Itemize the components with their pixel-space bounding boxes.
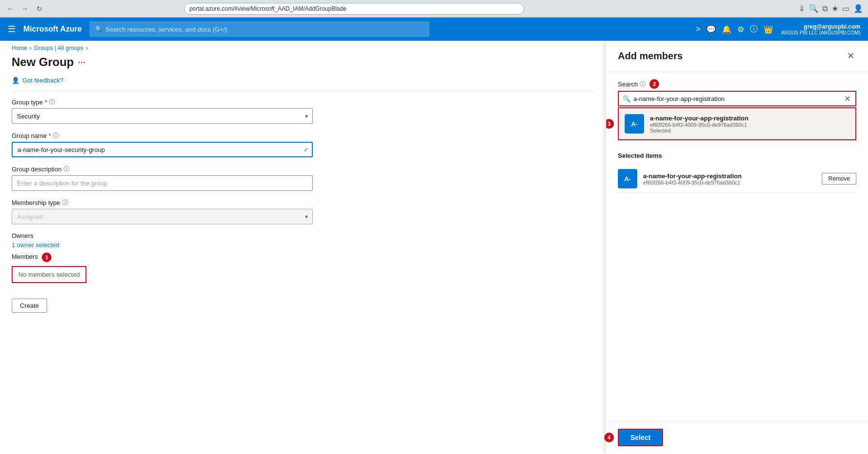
selected-items-section: Selected items A- a-name-for-your-app-re…	[618, 152, 856, 193]
panel-body: Search ⓘ 2 🔍 ✕ 3	[606, 71, 868, 420]
page-title-row: New Group ⋯	[12, 55, 594, 69]
azure-logo: Microsoft Azure	[23, 25, 82, 34]
hamburger-menu[interactable]: ☰	[8, 24, 16, 34]
search-label: Search ⓘ 2	[618, 79, 856, 89]
search-info-icon[interactable]: ⓘ	[640, 80, 646, 88]
forward-button[interactable]: →	[19, 3, 30, 14]
step-badge-2: 2	[649, 79, 659, 89]
group-type-field: Group type * ⓘ Security ▼	[12, 98, 594, 124]
breadcrumb-sep2: >	[85, 46, 88, 51]
group-type-info-icon[interactable]: ⓘ	[49, 98, 55, 106]
membership-select[interactable]: Assigned	[12, 209, 313, 224]
settings-icon[interactable]: ⚙	[737, 25, 744, 34]
breadcrumb: Home > Groups | All groups >	[12, 41, 594, 55]
cloud-shell-icon[interactable]: >	[696, 25, 700, 34]
selected-info: a-name-for-your-app-registration ef60f26…	[643, 172, 816, 185]
search-input-wrapper: 🔍 ✕	[618, 91, 856, 106]
owners-link[interactable]: 1 owner selected	[12, 241, 59, 249]
selected-avatar: A-	[618, 169, 637, 188]
ellipsis-button[interactable]: ⋯	[78, 58, 85, 67]
back-button[interactable]: ←	[5, 3, 16, 14]
members-section: Members 1 No members selected	[12, 252, 594, 283]
selected-id: ef60f266-b4f3-4009-95c0-de976ad360c1	[643, 180, 816, 185]
step-badge-1: 1	[42, 252, 51, 262]
browser-chrome: ← → ↻ portal.azure.com/#view/Microsoft_A…	[0, 0, 868, 17]
panel-header: Add members ✕	[606, 41, 868, 71]
refresh-button[interactable]: ↻	[34, 3, 45, 14]
remove-button[interactable]: Remove	[822, 173, 856, 185]
create-button[interactable]: Create	[12, 299, 47, 313]
search-clear-button[interactable]: ✕	[843, 94, 851, 103]
profile-icon[interactable]: 👤	[853, 4, 863, 13]
membership-select-wrapper: Assigned ▼	[12, 209, 313, 224]
notification-icon[interactable]: 🔔	[722, 25, 732, 34]
split-icon[interactable]: ▭	[842, 4, 850, 13]
owners-section: Owners 1 owner selected	[12, 232, 594, 249]
membership-type-field: Membership type ⓘ Assigned ▼	[12, 199, 594, 224]
divider-1	[12, 92, 594, 92]
group-desc-input[interactable]	[12, 175, 313, 191]
help-icon[interactable]: ⓘ	[750, 24, 758, 34]
browser-icons: ⇓ 🔍 ⧉ ★ ▭ 👤	[799, 4, 863, 13]
feedback-icon[interactable]: 💬	[706, 25, 716, 34]
selected-item: A- a-name-for-your-app-registration ef60…	[618, 165, 856, 193]
result-name: a-name-for-your-app-registration	[650, 115, 749, 122]
add-members-panel: Add members ✕ Search ⓘ 2 🔍 ✕	[606, 41, 868, 454]
azure-search-bar[interactable]: 🔍	[89, 21, 429, 37]
feedback-text: Got feedback?	[22, 77, 64, 84]
required-star-1: *	[45, 99, 47, 106]
panel-footer: 4 Select	[606, 420, 868, 454]
close-panel-button[interactable]: ✕	[845, 49, 856, 63]
search-input[interactable]	[633, 95, 843, 102]
breadcrumb-home[interactable]: Home	[12, 45, 27, 51]
step-badge-4: 4	[604, 433, 614, 442]
user-email: greg@arguspbi.com	[781, 23, 860, 30]
checkmark-icon: ✓	[304, 146, 309, 153]
search-section: Search ⓘ 2 🔍 ✕ 3	[618, 79, 856, 140]
breadcrumb-groups[interactable]: Groups | All groups	[34, 45, 84, 51]
select-button[interactable]: Select	[618, 429, 663, 446]
page-title: New Group	[12, 55, 74, 69]
result-status: Selected	[650, 128, 749, 134]
group-name-input-wrapper: ✓	[12, 142, 313, 157]
topbar-icons: > 💬 🔔 ⚙ ⓘ 👑	[696, 24, 773, 34]
required-star-2: *	[49, 132, 51, 139]
membership-info-icon[interactable]: ⓘ	[62, 199, 68, 207]
share-icon[interactable]: ⧉	[822, 4, 828, 13]
address-bar[interactable]: portal.azure.com/#view/Microsoft_AAD_IAM…	[184, 3, 524, 15]
no-members-box[interactable]: No members selected	[12, 266, 86, 283]
group-desc-info-icon[interactable]: ⓘ	[64, 165, 69, 173]
step-badge-3: 3	[606, 119, 614, 129]
user-org: ARGUS PBI LLC (ARGUSPBI.COM)	[781, 30, 860, 35]
main-content: Home > Groups | All groups > New Group ⋯…	[0, 41, 868, 454]
support-icon[interactable]: 👑	[764, 25, 773, 34]
members-label: Members	[12, 253, 38, 260]
left-panel: Home > Groups | All groups > New Group ⋯…	[0, 41, 606, 454]
panel-title: Add members	[618, 50, 682, 62]
breadcrumb-sep1: >	[29, 46, 32, 51]
membership-type-label: Membership type ⓘ	[12, 199, 594, 207]
feedback-icon: 👤	[12, 77, 19, 84]
zoom-icon[interactable]: 🔍	[809, 4, 818, 13]
download-icon[interactable]: ⇓	[799, 4, 805, 13]
search-result-item[interactable]: A- a-name-for-your-app-registration ef60…	[618, 107, 856, 140]
user-profile[interactable]: greg@arguspbi.com ARGUS PBI LLC (ARGUSPB…	[781, 23, 860, 35]
group-type-select[interactable]: Security	[12, 108, 313, 124]
group-type-select-wrapper: Security ▼	[12, 108, 313, 124]
group-name-field: Group name * ⓘ ✓	[12, 132, 594, 157]
group-name-label: Group name * ⓘ	[12, 132, 594, 140]
result-id: ef60f266-b4f3-4009-95c0-de976ad360c1	[650, 122, 749, 128]
group-name-input[interactable]	[12, 142, 313, 157]
result-avatar: A-	[625, 114, 644, 134]
owners-label: Owners	[12, 232, 594, 239]
azure-search-input[interactable]	[105, 26, 424, 33]
group-name-info-icon[interactable]: ⓘ	[53, 132, 59, 140]
selected-items-title: Selected items	[618, 152, 856, 159]
star-icon[interactable]: ★	[832, 4, 838, 13]
result-info: a-name-for-your-app-registration ef60f26…	[650, 115, 749, 134]
group-desc-label: Group description ⓘ	[12, 165, 594, 173]
feedback-section[interactable]: 👤 Got feedback?	[12, 77, 594, 84]
url-text: portal.azure.com/#view/Microsoft_AAD_IAM…	[189, 5, 346, 12]
search-icon: 🔍	[623, 95, 630, 102]
selected-name: a-name-for-your-app-registration	[643, 172, 816, 180]
